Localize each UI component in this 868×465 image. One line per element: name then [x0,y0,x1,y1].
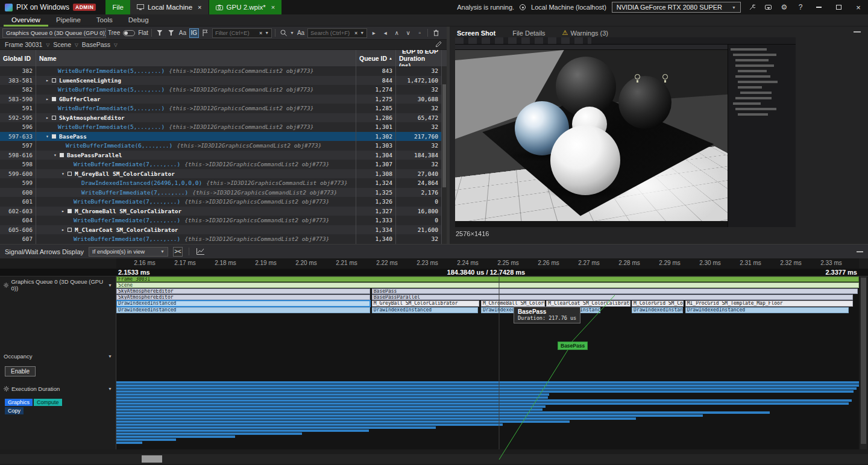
chevron-down-icon[interactable]: ▼ [290,31,294,35]
execution-duration-bar[interactable] [116,384,859,387]
event-row[interactable]: 597-633▾BasePass1,302217,760 [0,132,442,142]
close-button[interactable]: × [851,0,866,14]
timeline-event-bar[interactable]: DrawIndexedInstanced [116,307,370,313]
close-tab-icon[interactable]: × [271,4,275,11]
timeline-event-bar[interactable]: BasePassParallel [372,295,853,300]
sidebar-lane-queue[interactable]: Graphics Queue 0 (3D Queue (GPU 0)) ▼ [4,278,112,292]
execution-duration-bar[interactable] [116,396,548,399]
execution-duration-bar[interactable] [116,426,436,429]
ignore-case-button[interactable]: IG [189,28,199,38]
next-result-button[interactable]: ∨ [403,28,413,38]
tree-label[interactable]: Tree [108,30,120,36]
timeline-vertical-scrollbar[interactable] [860,276,867,449]
tab-local-machine[interactable]: Local Machine × [130,0,209,14]
event-color-swatch[interactable] [52,116,56,120]
signal-event-label[interactable]: BasePass [558,342,588,350]
execution-duration-bar[interactable] [116,390,854,393]
flat-label[interactable]: Flat [138,30,148,36]
tree-collapsed-icon[interactable]: ▸ [46,96,52,102]
scrollbar-thumb[interactable] [142,455,162,463]
execution-duration-bar[interactable] [116,399,852,402]
breadcrumb-item[interactable]: Frame 30031 [5,41,42,48]
timeline-event-bar[interactable]: DrawIndexedInstanced [685,307,849,313]
timeline-event-bar[interactable]: M_ClearCoat SM_ColorCalibrator [546,301,630,307]
goto-end-button[interactable]: ▸ [369,28,379,38]
filter-input[interactable] [215,30,255,36]
settings-button[interactable]: ⚙ [779,1,790,13]
chevron-down-icon[interactable]: ▼ [360,31,364,35]
file-menu-button[interactable]: File [105,0,130,14]
match-case-filter-button[interactable]: Aa [178,28,187,38]
tree-collapsed-icon[interactable]: ▸ [61,227,68,232]
tree-collapsed-icon[interactable]: ▸ [61,208,68,214]
scrollbar-thumb[interactable] [861,278,866,444]
timeline-event-bar[interactable]: M_ChromeBall SM_ColorCalibrator [481,301,545,307]
event-color-swatch[interactable] [68,172,72,176]
counter-chart-button[interactable] [195,247,205,257]
event-color-swatch[interactable] [52,97,56,101]
execution-duration-bar[interactable] [116,414,703,417]
timeline-horizontal-scrollbar[interactable] [0,454,868,464]
connect-button[interactable] [746,1,757,13]
timeline-event-bar[interactable]: BasePass [372,289,858,294]
column-header-name[interactable]: Name [36,50,356,66]
event-row[interactable]: 601WriteBufferImmediate(7,...,...){this-… [0,197,442,207]
column-header-duration[interactable]: EOP to EOP Duration (ns) [396,50,442,66]
gpu-selector-dropdown[interactable]: NVIDIA GeForce RTX 2080 SUPER ▼ [612,2,741,13]
timeline-event-bar[interactable]: Frame 30031 [116,276,859,282]
previous-result-button[interactable]: ∧ [392,28,401,38]
breadcrumb-filter-icon[interactable]: ▽ [46,42,49,48]
event-row[interactable]: 602-603▸M_ChromeBall SM_ColorCalibrator1… [0,207,442,216]
select-event-button[interactable]: ▫ [415,28,424,38]
sidebar-lane-occupancy[interactable]: Occupancy ▼ [4,353,112,360]
event-row[interactable]: 597WriteBufferImmediate(6,...,...){this-… [0,141,442,151]
execution-duration-bar[interactable] [116,432,302,435]
menu-tab-overview[interactable]: Overview [4,14,48,27]
tree-expanded-icon[interactable]: ▾ [54,152,60,158]
search-button[interactable] [278,28,288,38]
execution-duration-bar[interactable] [116,405,546,408]
event-row[interactable]: 582WriteBufferImmediate(5,...,...){this-… [0,85,442,95]
breadcrumb-item[interactable]: BasePass [82,41,110,48]
execution-duration-bar[interactable] [116,417,636,420]
event-table-scrollbar[interactable] [442,66,447,244]
endpoints-toggle-button[interactable]: >< [173,247,183,257]
event-row[interactable]: 599-600▾M_GreyBall SM_ColorCalibrator1,3… [0,169,442,179]
event-row[interactable]: 383-581▸LumenSceneLighting8441,472,160 [0,76,442,86]
tab-file-details[interactable]: File Details [512,30,545,37]
event-row[interactable]: 604WriteBufferImmediate(7,...,...){this-… [0,216,442,225]
timeline-event-bar[interactable]: DrawIndexedInstanced [372,307,478,313]
event-row[interactable]: 596WriteBufferImmediate(5,...,...){this-… [0,122,442,132]
breadcrumb-filter-icon[interactable]: ▽ [75,42,78,48]
breadcrumb-filter-icon[interactable]: ▽ [114,42,118,48]
filter-button[interactable] [155,28,165,38]
event-row[interactable]: 598WriteBufferImmediate(7,...,...){this-… [0,160,442,169]
event-row[interactable]: 382WriteBufferImmediate(5,...,...){this-… [0,66,442,76]
match-case-search-button[interactable]: Aa [296,28,306,38]
menu-tab-debug[interactable]: Debug [121,14,157,27]
event-row[interactable]: 583-590▸GBufferClear1,27530,688 [0,95,442,104]
clear-input-icon[interactable]: × [259,30,262,36]
event-color-swatch[interactable] [68,209,72,213]
execution-duration-bar[interactable] [116,438,176,441]
sidebar-lane-execution[interactable]: Execution Duration ▼ [4,385,112,392]
event-row[interactable]: 591WriteBufferImmediate(5,...,...){this-… [0,104,442,113]
screenshot-image[interactable] [455,37,796,227]
timeline-event-bar[interactable]: M_ColorGrid SM_ColorCalibrator [632,301,684,307]
menu-tab-pipeline[interactable]: Pipeline [48,14,89,27]
tree-collapsed-icon[interactable]: ▸ [46,115,52,120]
execution-duration-bar[interactable] [116,420,570,423]
execution-duration-bar[interactable] [116,423,503,426]
timeline-ruler[interactable]: 2.16 ms2.17 ms2.18 ms2.19 ms2.20 ms2.21 … [116,258,859,269]
execution-duration-bar[interactable] [116,442,142,444]
close-tab-icon[interactable]: × [198,4,201,11]
minimize-button[interactable] [811,0,826,14]
execution-duration-bar[interactable] [116,393,549,396]
timeline-event-bar[interactable]: M_GreyBall SM_ColorCalibrator [372,301,480,307]
edit-breadcrumb-button[interactable] [436,41,442,48]
flag-button[interactable] [201,28,210,38]
chevron-down-icon[interactable]: ▼ [265,31,269,35]
breadcrumb-item[interactable]: Scene [53,41,71,48]
scrollbar-thumb[interactable] [442,84,446,187]
execution-duration-bar[interactable] [116,411,770,414]
